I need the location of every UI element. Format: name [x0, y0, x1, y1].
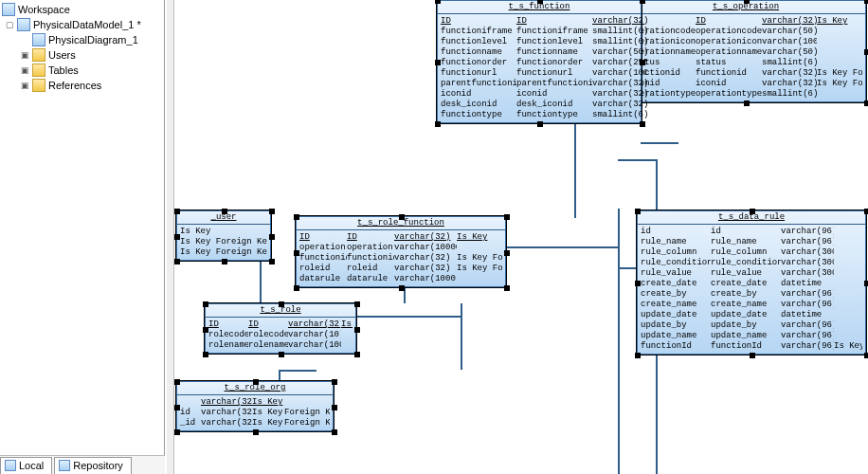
entity-t-s-role[interactable]: t_s_role IDIDvarchar(32)Is Keyrolecodero… — [205, 303, 356, 354]
tree-node-tables[interactable]: ▣ Tables — [0, 63, 164, 78]
selection-handle[interactable] — [435, 0, 441, 4]
selection-handle[interactable] — [269, 259, 275, 264]
expand-icon[interactable]: ▣ — [17, 78, 32, 93]
selection-handle[interactable] — [174, 405, 180, 410]
column-cell: smallint(6) — [592, 110, 647, 120]
column-cell: functioniframe — [441, 27, 516, 37]
selection-handle[interactable] — [744, 100, 750, 106]
selection-handle[interactable] — [635, 353, 641, 358]
selection-handle[interactable] — [203, 301, 208, 307]
selection-handle[interactable] — [269, 209, 275, 214]
selection-handle[interactable] — [504, 285, 510, 291]
selection-handle[interactable] — [174, 379, 180, 385]
selection-handle[interactable] — [269, 234, 275, 240]
connector — [503, 246, 619, 248]
selection-handle[interactable] — [222, 209, 227, 214]
tab-local[interactable]: Local — [0, 457, 52, 474]
selection-handle[interactable] — [354, 352, 360, 357]
selection-handle[interactable] — [635, 281, 641, 286]
tree-node-users[interactable]: ▣ Users — [0, 47, 164, 63]
tab-label: Local — [19, 460, 44, 471]
entity-t-s-role-function[interactable]: t_s_role_function IDIDvarchar(32)Is Keyo… — [296, 216, 506, 287]
column-cell: Is Key Foreign Key — [180, 247, 267, 258]
selection-handle[interactable] — [864, 209, 868, 214]
column-cell — [834, 227, 862, 237]
selection-handle[interactable] — [744, 0, 750, 4]
column-cell: rule_conditions — [711, 258, 781, 268]
column-cell: datarule — [299, 274, 347, 284]
column-cell: Is Key Foreign Key — [457, 253, 502, 264]
selection-handle[interactable] — [750, 209, 755, 214]
entity-t-s-role-org[interactable]: t_s_role_org varchar(32)Is Keyidvarchar(… — [176, 381, 334, 431]
selection-handle[interactable] — [537, 121, 543, 127]
diagram-canvas[interactable]: t_s_operation IDIDvarchar(32)Is Keyopera… — [167, 0, 868, 474]
column-cell: varchar(32) — [394, 264, 457, 274]
selection-handle[interactable] — [640, 0, 645, 4]
selection-handle[interactable] — [203, 352, 208, 357]
column-cell: functionlevel — [441, 37, 516, 47]
selection-handle[interactable] — [640, 121, 645, 127]
local-icon — [5, 460, 16, 471]
entity-t-s-function[interactable]: t_s_function IDIDvarchar(32)Is Keyfuncti… — [437, 0, 642, 123]
selection-handle[interactable] — [750, 353, 755, 358]
selection-handle[interactable] — [864, 100, 868, 106]
column-cell: varchar(300) — [781, 268, 834, 279]
selection-handle[interactable] — [354, 301, 360, 307]
selection-handle[interactable] — [435, 60, 441, 65]
expand-icon[interactable]: ▢ — [2, 17, 17, 32]
selection-handle[interactable] — [504, 250, 510, 256]
column-cell: functionorder — [441, 58, 516, 68]
selection-handle[interactable] — [435, 121, 441, 127]
column-cell: functionId — [711, 341, 781, 352]
selection-handle[interactable] — [279, 352, 284, 357]
column-cell: update_date — [711, 310, 781, 320]
selection-handle[interactable] — [864, 353, 868, 358]
column-cell: varchar(1000) — [394, 274, 457, 284]
selection-handle[interactable] — [332, 429, 337, 435]
column-cell — [817, 47, 862, 58]
tree-node-references[interactable]: ▣ References — [0, 78, 164, 93]
selection-handle[interactable] — [174, 234, 180, 240]
selection-handle[interactable] — [279, 301, 284, 307]
selection-handle[interactable] — [174, 429, 180, 435]
tab-repository[interactable]: Repository — [54, 457, 132, 474]
expand-icon[interactable]: ▣ — [17, 63, 32, 78]
selection-handle[interactable] — [294, 214, 299, 220]
entity-t-s-data-rule[interactable]: t_s_data_rule ididvarchar(96)rule_nameru… — [637, 210, 866, 355]
selection-handle[interactable] — [174, 209, 180, 214]
selection-handle[interactable] — [332, 405, 337, 410]
selection-handle[interactable] — [222, 259, 227, 264]
selection-handle[interactable] — [864, 281, 868, 286]
entity-t-s-operation[interactable]: t_s_operation IDIDvarchar(32)Is Keyopera… — [625, 0, 866, 102]
column-cell: create_by — [711, 289, 781, 300]
selection-handle[interactable] — [174, 259, 180, 264]
selection-handle[interactable] — [640, 60, 645, 65]
column-cell: operation — [299, 243, 347, 253]
entity-user[interactable]: _user Is KeyIs Key Foreign KeyIs Key For… — [176, 210, 271, 261]
selection-handle[interactable] — [537, 0, 543, 4]
column-cell: update_name — [711, 331, 781, 341]
selection-handle[interactable] — [203, 327, 208, 333]
expand-icon[interactable]: ▣ — [17, 47, 32, 63]
selection-handle[interactable] — [253, 379, 259, 385]
selection-handle[interactable] — [635, 209, 641, 214]
tree-node-diagram[interactable]: PhysicalDiagram_1 — [0, 32, 164, 47]
selection-handle[interactable] — [504, 214, 510, 220]
column-cell: varchar(300) — [781, 258, 834, 268]
selection-handle[interactable] — [399, 214, 405, 220]
selection-handle[interactable] — [864, 0, 868, 4]
column-cell: functionId — [641, 341, 711, 352]
selection-handle[interactable] — [294, 250, 299, 256]
object-browser-tree: Workspace ▢ PhysicalDataModel_1 * Physic… — [0, 0, 165, 455]
selection-handle[interactable] — [332, 379, 337, 385]
column-cell: Is Key Foreign Key — [180, 237, 267, 247]
selection-handle[interactable] — [294, 285, 299, 291]
tree-node-workspace[interactable]: Workspace — [0, 2, 164, 17]
selection-handle[interactable] — [399, 285, 405, 291]
tree-node-model[interactable]: ▢ PhysicalDataModel_1 * — [0, 17, 164, 32]
tree-label: References — [48, 80, 101, 91]
selection-handle[interactable] — [354, 327, 360, 333]
selection-handle[interactable] — [864, 49, 868, 55]
column-cell: varchar(50) — [762, 27, 817, 37]
selection-handle[interactable] — [253, 429, 259, 435]
